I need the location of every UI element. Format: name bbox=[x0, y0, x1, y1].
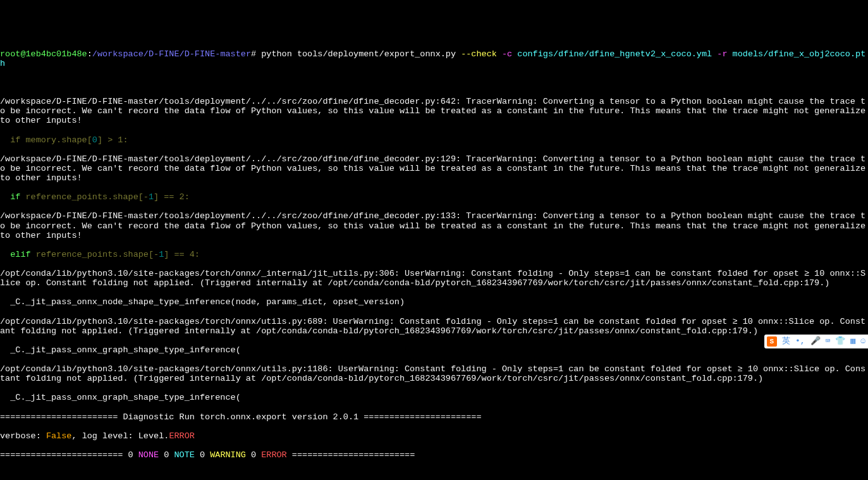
user-warning-1: /opt/conda/lib/python3.10/site-packages/… bbox=[0, 269, 868, 288]
ime-skin-icon[interactable]: 👕 bbox=[835, 337, 845, 347]
prompt-user-host: root@1eb4bc01b48e bbox=[0, 49, 87, 59]
user-warning-3-code: _C._jit_pass_onnx_graph_shape_type_infer… bbox=[0, 393, 868, 402]
verbose-line: verbose: False, log level: Level.ERROR bbox=[0, 431, 868, 441]
diagnostic-counts: ======================== 0 NONE 0 NOTE 0… bbox=[0, 450, 868, 460]
code-line-1: if memory.shape[0] > 1: bbox=[0, 135, 868, 145]
flag-c: -c bbox=[502, 49, 512, 59]
command: python tools/deployment/export_onnx.py bbox=[261, 49, 456, 59]
tracer-warning-1: /workspace/D-FINE/D-FINE-master/tools/de… bbox=[0, 97, 868, 125]
ime-punct-icon[interactable]: •, bbox=[795, 337, 805, 347]
flag-r: -r bbox=[717, 49, 727, 59]
flag-check: --check bbox=[461, 49, 497, 59]
ime-mic-icon[interactable]: 🎤 bbox=[810, 337, 821, 347]
code-line-2: if reference_points.shape[-1] == 2: bbox=[0, 192, 868, 202]
terminal-output[interactable]: root@1eb4bc01b48e:/workspace/D-FINE/D-FI… bbox=[0, 39, 868, 480]
tracer-warning-2: /workspace/D-FINE/D-FINE-master/tools/de… bbox=[0, 154, 868, 183]
config-arg: configs/dfine/dfine_hgnetv2_x_coco.yml bbox=[517, 49, 712, 59]
user-warning-1-code: _C._jit_pass_onnx_node_shape_type_infere… bbox=[0, 297, 868, 307]
prompt-line: root@1eb4bc01b48e:/workspace/D-FINE/D-FI… bbox=[0, 49, 868, 68]
diagnostic-header: ======================= Diagnostic Run t… bbox=[0, 412, 868, 422]
ime-keyboard-icon[interactable]: ⌨ bbox=[826, 337, 831, 347]
user-warning-2-code: _C._jit_pass_onnx_graph_shape_type_infer… bbox=[0, 345, 868, 355]
ime-toolbar[interactable]: S 英 •, 🎤 ⌨ 👕 ▦ ☺ bbox=[764, 335, 868, 348]
ime-face-icon[interactable]: ☺ bbox=[860, 337, 865, 347]
ime-lang-button[interactable]: 英 bbox=[782, 337, 790, 347]
user-warning-3: /opt/conda/lib/python3.10/site-packages/… bbox=[0, 364, 868, 383]
prompt-path: /workspace/D-FINE/D-FINE-master bbox=[92, 49, 251, 59]
tracer-warning-3: /workspace/D-FINE/D-FINE-master/tools/de… bbox=[0, 211, 868, 240]
ime-logo-icon[interactable]: S bbox=[767, 336, 777, 347]
code-line-3: elif reference_points.shape[-1] == 4: bbox=[0, 250, 868, 259]
user-warning-2: /opt/conda/lib/python3.10/site-packages/… bbox=[0, 317, 868, 336]
ime-grid-icon[interactable]: ▦ bbox=[850, 337, 855, 347]
